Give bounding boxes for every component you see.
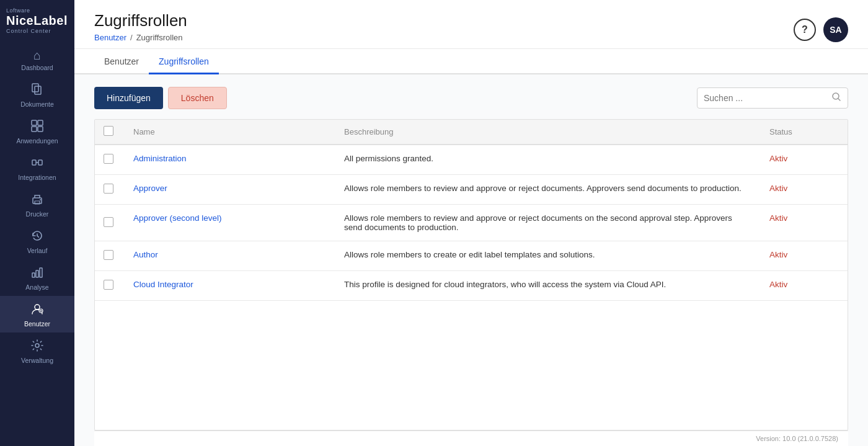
- breadcrumb: Benutzer / Zugriffsrollen: [94, 33, 187, 42]
- row-description-4: This profile is designed for cloud integ…: [335, 271, 761, 301]
- brand-sub: Control Center: [6, 28, 51, 34]
- row-name-4: Cloud Integrator: [125, 271, 335, 301]
- row-link-0[interactable]: Administration: [133, 154, 187, 163]
- svg-point-11: [40, 199, 41, 200]
- breadcrumb-separator: /: [130, 33, 133, 42]
- sidebar-item-integrationen[interactable]: Integrationen: [0, 149, 74, 186]
- roles-table: Name Beschreibung Status Administration …: [94, 119, 848, 430]
- sidebar-label-benutzer: Benutzer: [24, 320, 50, 328]
- row-description-3: Allows role members to create or edit la…: [335, 241, 761, 271]
- table-row: Approver (second level) Allows role memb…: [95, 205, 848, 241]
- sidebar-item-analyse[interactable]: Analyse: [0, 259, 74, 296]
- brand-top: Loftware: [6, 7, 30, 14]
- brand-name: NiceLabel: [6, 14, 68, 27]
- sidebar-item-dashboard[interactable]: ⌂ Dashboard: [0, 43, 74, 76]
- row-checkbox-cell-0: [95, 145, 125, 175]
- svg-rect-15: [36, 270, 38, 277]
- analyse-icon: [30, 265, 44, 281]
- svg-rect-6: [32, 160, 36, 165]
- sidebar-label-verlauf: Verlauf: [27, 247, 48, 254]
- tab-benutzer[interactable]: Benutzer: [94, 49, 149, 74]
- row-status-1: Aktiv: [761, 175, 848, 205]
- svg-rect-16: [40, 268, 42, 277]
- col-header-name: Name: [125, 120, 335, 145]
- table-row: Approver Allows role members to review a…: [95, 175, 848, 205]
- col-header-beschreibung: Beschreibung: [335, 120, 761, 145]
- anwendungen-icon: [30, 119, 44, 135]
- row-description-0: All permissions granted.: [335, 145, 761, 175]
- row-link-3[interactable]: Author: [133, 250, 158, 259]
- svg-line-23: [838, 99, 840, 100]
- sidebar-item-benutzer[interactable]: Benutzer: [0, 296, 74, 332]
- search-icon: [831, 92, 841, 104]
- sidebar-item-verlauf[interactable]: Verlauf: [0, 223, 74, 259]
- dokumente-icon: [30, 83, 44, 98]
- row-status-3: Aktiv: [761, 241, 848, 271]
- add-button[interactable]: Hinzufügen: [94, 87, 163, 109]
- sidebar-item-dokumente[interactable]: Dokumente: [0, 76, 74, 113]
- verwaltung-icon: [30, 339, 44, 354]
- delete-button[interactable]: Löschen: [168, 87, 227, 109]
- avatar[interactable]: SA: [823, 17, 848, 42]
- sidebar-label-drucker: Drucker: [26, 210, 49, 218]
- sidebar-label-analyse: Analyse: [25, 283, 48, 291]
- toolbar: Hinzufügen Löschen: [94, 87, 848, 109]
- svg-rect-5: [38, 127, 43, 132]
- svg-rect-2: [32, 120, 37, 125]
- benutzer-icon: [30, 302, 44, 318]
- sidebar-label-integrationen: Integrationen: [18, 174, 56, 181]
- table-header-row: Name Beschreibung Status: [95, 120, 848, 145]
- version-text: Version: 10.0 (21.0.0.7528): [756, 435, 838, 442]
- row-checkbox-cell-4: [95, 271, 125, 301]
- row-link-1[interactable]: Approver: [133, 184, 167, 193]
- sidebar-item-verwaltung[interactable]: Verwaltung: [0, 332, 74, 369]
- breadcrumb-current: Zugriffsrollen: [136, 33, 183, 42]
- table-row: Administration All permissions granted. …: [95, 145, 848, 175]
- integrationen-icon: [30, 156, 44, 171]
- help-button[interactable]: ?: [794, 19, 816, 41]
- verlauf-icon: [30, 229, 44, 244]
- svg-rect-0: [32, 84, 38, 92]
- tab-zugriffsrollen[interactable]: Zugriffsrollen: [149, 49, 219, 74]
- svg-point-21: [35, 344, 39, 347]
- version-bar: Version: 10.0 (21.0.0.7528): [94, 430, 848, 446]
- row-checkbox-1[interactable]: [104, 184, 113, 194]
- search-input[interactable]: [704, 93, 828, 103]
- svg-rect-14: [32, 273, 35, 277]
- row-name-3: Author: [125, 241, 335, 271]
- row-link-2[interactable]: Approver (second level): [133, 213, 222, 223]
- col-header-check: [95, 120, 125, 145]
- header: Zugriffsrollen Benutzer / Zugriffsrollen…: [74, 0, 868, 49]
- table-row: Cloud Integrator This profile is designe…: [95, 271, 848, 301]
- row-description-1: Allows role members to review and approv…: [335, 175, 761, 205]
- row-checkbox-2[interactable]: [104, 217, 113, 227]
- svg-rect-1: [35, 86, 41, 94]
- sidebar-label-dashboard: Dashboard: [21, 64, 53, 71]
- svg-rect-7: [38, 160, 42, 165]
- col-header-status: Status: [761, 120, 848, 145]
- row-name-2: Approver (second level): [125, 205, 335, 241]
- select-all-checkbox[interactable]: [104, 126, 113, 136]
- row-status-4: Aktiv: [761, 271, 848, 301]
- row-description-2: Allows role members to review and approv…: [335, 205, 761, 241]
- breadcrumb-parent[interactable]: Benutzer: [94, 33, 126, 42]
- row-link-4[interactable]: Cloud Integrator: [133, 280, 193, 289]
- row-name-0: Administration: [125, 145, 335, 175]
- table-row: Author Allows role members to create or …: [95, 241, 848, 271]
- row-checkbox-0[interactable]: [104, 154, 113, 164]
- row-checkbox-4[interactable]: [104, 280, 113, 290]
- search-box: [697, 87, 848, 109]
- sidebar-item-anwendungen[interactable]: Anwendungen: [0, 113, 74, 149]
- sidebar-logo: Loftware NiceLabel Control Center: [0, 0, 74, 43]
- sidebar: Loftware NiceLabel Control Center ⌂ Dash…: [0, 0, 74, 446]
- row-checkbox-3[interactable]: [104, 250, 113, 260]
- page-title: Zugriffsrollen: [94, 11, 187, 30]
- row-checkbox-cell-1: [95, 175, 125, 205]
- sidebar-item-drucker[interactable]: Drucker: [0, 186, 74, 223]
- dashboard-icon: ⌂: [33, 49, 41, 61]
- header-actions: ? SA: [794, 17, 848, 42]
- drucker-icon: [30, 192, 44, 208]
- row-checkbox-cell-2: [95, 205, 125, 241]
- row-checkbox-cell-3: [95, 241, 125, 271]
- content-area: Hinzufügen Löschen Name B: [74, 74, 868, 446]
